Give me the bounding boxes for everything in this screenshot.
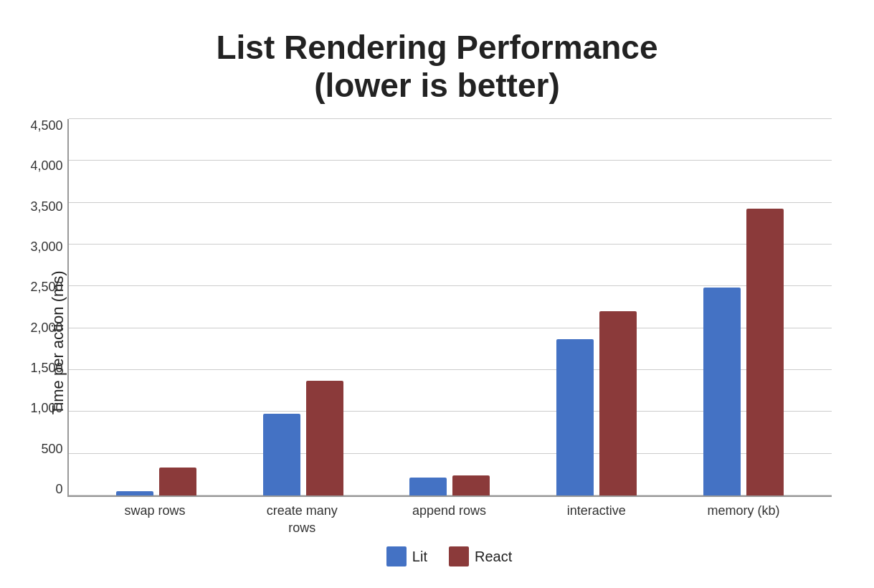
x-label: memory (kb) <box>670 503 817 536</box>
y-tick-label: 4,500 <box>13 119 63 132</box>
y-tick-label: 4,000 <box>13 159 63 172</box>
y-tick-label: 0 <box>13 483 63 495</box>
legend: Lit React <box>67 546 832 566</box>
bars-row <box>703 209 784 495</box>
y-tick-label: 1,500 <box>13 361 63 374</box>
bar-lit <box>116 491 153 495</box>
legend-item-react: React <box>449 546 512 566</box>
bar-react <box>746 209 784 495</box>
x-labels: swap rowscreate manyrowsappend rowsinter… <box>67 497 832 536</box>
bar-lit <box>409 478 447 495</box>
y-tick-label: 500 <box>13 442 63 455</box>
y-tick-label: 3,000 <box>13 240 63 253</box>
x-label: interactive <box>523 503 670 536</box>
bar-lit <box>263 414 300 495</box>
bar-group <box>83 468 230 495</box>
y-tick-label: 2,000 <box>13 321 63 334</box>
legend-box-react <box>449 546 469 566</box>
chart-container: List Rendering Performance (lower is bet… <box>43 14 832 574</box>
bar-group <box>523 311 670 495</box>
bars-row <box>116 468 196 495</box>
y-tick-label: 2,500 <box>13 280 63 293</box>
bar-group <box>229 381 376 495</box>
legend-lit-label: Lit <box>412 549 427 565</box>
legend-react-label: React <box>475 549 512 565</box>
bars-row <box>263 381 343 495</box>
chart-area: Time per action (ms) 05001,0001,5002,000… <box>43 119 832 566</box>
plot-wrapper: 05001,0001,5002,0002,5003,0003,5004,0004… <box>67 119 832 566</box>
bars-section <box>69 119 832 495</box>
bar-group <box>670 209 817 495</box>
y-tick-labels: 05001,0001,5002,0002,5003,0003,5004,0004… <box>13 119 63 495</box>
y-tick-label: 1,000 <box>13 402 63 414</box>
plot-area: 05001,0001,5002,0002,5003,0003,5004,0004… <box>67 119 832 497</box>
bar-lit <box>556 339 594 495</box>
legend-box-lit <box>386 546 407 566</box>
x-label: create manyrows <box>229 503 376 536</box>
chart-title: List Rendering Performance (lower is bet… <box>216 29 657 105</box>
bars-row <box>556 311 637 495</box>
x-label: append rows <box>376 503 523 536</box>
bar-group <box>376 475 523 495</box>
bar-react <box>306 381 343 495</box>
x-label: swap rows <box>82 503 229 536</box>
legend-item-lit: Lit <box>386 546 427 566</box>
bar-lit <box>703 288 741 495</box>
y-tick-label: 3,500 <box>13 200 63 213</box>
bar-react <box>159 468 196 495</box>
bar-react <box>599 311 637 495</box>
bar-react <box>452 475 490 495</box>
bars-row <box>409 475 490 495</box>
